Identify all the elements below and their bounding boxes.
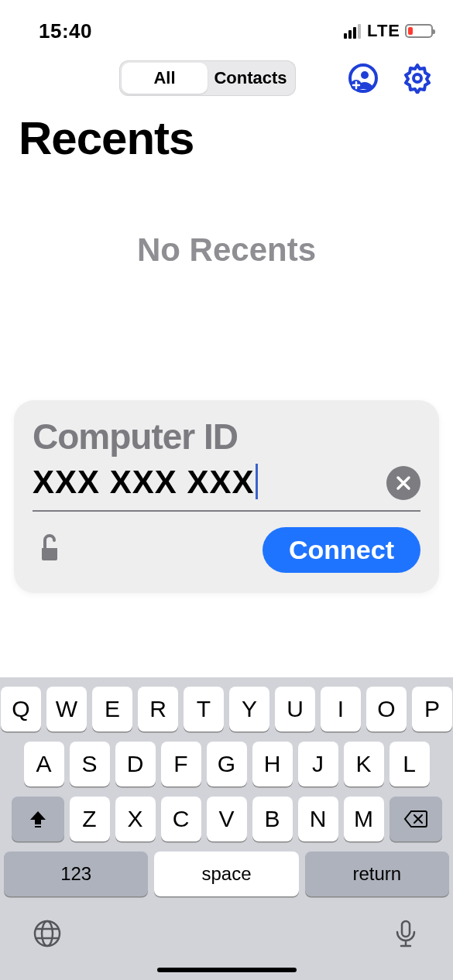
key-f[interactable]: F [161, 742, 201, 786]
clear-input-button[interactable] [386, 466, 420, 500]
key-h[interactable]: H [252, 742, 293, 786]
shift-icon [28, 809, 48, 829]
battery-icon [405, 24, 433, 38]
status-bar: 15:40 LTE [0, 0, 453, 46]
gear-icon [402, 63, 433, 94]
add-contact-button[interactable] [346, 61, 380, 95]
key-numbers[interactable]: 123 [4, 852, 148, 896]
status-right: LTE [344, 21, 433, 41]
keyboard-row-3: Z X C V B N M [4, 797, 449, 841]
svg-point-1 [361, 71, 369, 79]
key-i[interactable]: I [321, 687, 361, 732]
emoji-globe-button[interactable] [32, 918, 63, 952]
key-w[interactable]: W [46, 687, 87, 732]
key-q[interactable]: Q [1, 687, 41, 732]
keyboard-row-4: 123 space return [4, 852, 449, 896]
key-d[interactable]: D [115, 742, 156, 786]
microphone-icon [390, 918, 421, 949]
lock-button[interactable] [33, 533, 63, 567]
header-row: All Contacts [0, 46, 453, 96]
key-k[interactable]: K [344, 742, 384, 786]
dictation-button[interactable] [390, 918, 421, 952]
key-l[interactable]: L [390, 742, 430, 786]
keyboard-row-1: Q W E R T Y U I O P [4, 687, 449, 732]
add-person-icon [348, 63, 379, 94]
computer-id-value: XXX XXX XXX [33, 464, 254, 500]
network-label: LTE [367, 21, 400, 41]
key-a[interactable]: A [24, 742, 64, 786]
connect-button[interactable]: Connect [263, 527, 420, 573]
segment-contacts[interactable]: Contacts [208, 63, 293, 94]
settings-button[interactable] [400, 61, 434, 95]
key-u[interactable]: U [275, 687, 315, 732]
key-m[interactable]: M [344, 797, 384, 841]
svg-point-6 [42, 921, 53, 946]
virtual-keyboard: Q W E R T Y U I O P A S D F G H J K L Z … [0, 677, 453, 980]
key-return[interactable]: return [305, 852, 449, 896]
keyboard-row-2: A S D F G H J K L [4, 742, 449, 786]
computer-id-input[interactable]: XXX XXX XXX [33, 464, 386, 502]
key-e[interactable]: E [92, 687, 132, 732]
key-b[interactable]: B [252, 797, 293, 841]
key-backspace[interactable] [390, 797, 442, 841]
key-o[interactable]: O [366, 687, 407, 732]
svg-point-3 [414, 74, 421, 82]
key-v[interactable]: V [207, 797, 247, 841]
text-caret [256, 464, 258, 499]
computer-id-card: Computer ID XXX XXX XXX Connect [14, 400, 439, 593]
key-y[interactable]: Y [229, 687, 269, 732]
card-bottom-row: Connect [33, 527, 420, 573]
svg-rect-4 [35, 826, 41, 828]
key-r[interactable]: R [138, 687, 178, 732]
close-icon [395, 475, 412, 492]
key-p[interactable]: P [412, 687, 452, 732]
key-n[interactable]: N [298, 797, 338, 841]
svg-rect-7 [402, 921, 410, 937]
key-s[interactable]: S [70, 742, 110, 786]
key-shift[interactable] [12, 797, 64, 841]
backspace-icon [403, 810, 428, 828]
unlock-icon [33, 533, 63, 564]
key-j[interactable]: J [298, 742, 338, 786]
segment-all[interactable]: All [122, 63, 208, 94]
home-indicator[interactable] [157, 968, 297, 972]
key-z[interactable]: Z [70, 797, 110, 841]
svg-point-5 [35, 921, 60, 946]
key-g[interactable]: G [207, 742, 247, 786]
key-x[interactable]: X [115, 797, 156, 841]
signal-icon [344, 24, 361, 39]
key-space[interactable]: space [154, 852, 298, 896]
card-title: Computer ID [33, 416, 420, 457]
key-t[interactable]: T [184, 687, 224, 732]
computer-id-input-row[interactable]: XXX XXX XXX [33, 464, 420, 512]
segmented-control[interactable]: All Contacts [119, 60, 296, 96]
page-title: Recents [0, 96, 453, 165]
keyboard-bottom-row [4, 910, 449, 968]
key-c[interactable]: C [161, 797, 201, 841]
globe-icon [32, 918, 63, 949]
status-time: 15:40 [39, 19, 92, 43]
empty-state-label: No Recents [0, 231, 453, 269]
